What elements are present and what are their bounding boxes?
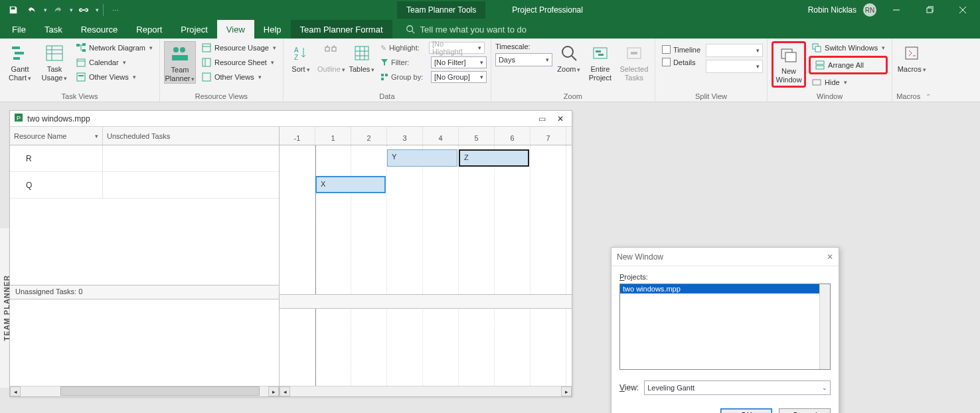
resource-row[interactable]: R [10, 145, 279, 172]
restore-button[interactable] [916, 0, 943, 20]
team-planner-button[interactable]: Team Planner▾ [164, 41, 196, 84]
svg-point-19 [173, 47, 179, 52]
svg-text:A: A [294, 46, 299, 54]
tab-view[interactable]: View [217, 20, 254, 39]
svg-rect-29 [325, 47, 329, 51]
group-field[interactable]: Group by: [No Group]▾ [380, 70, 487, 84]
cancel-button[interactable]: Cancel [779, 408, 831, 413]
timescale-combo[interactable]: Days▾ [495, 53, 552, 66]
tab-task[interactable]: Task [35, 20, 72, 39]
dialog-close-button[interactable]: ✕ [827, 252, 833, 262]
macros-button[interactable]: Macros▾ [896, 41, 927, 74]
time-col[interactable]: 7 [531, 127, 566, 145]
network-diagram-button[interactable]: Network Diagram▾ [73, 41, 155, 54]
tables-button[interactable]: Tables▾ [349, 41, 375, 74]
tell-me-search[interactable]: Tell me what you want to do [392, 20, 527, 39]
left-scrollbar[interactable]: ◂▸ [10, 386, 279, 396]
tab-project[interactable]: Project [171, 20, 216, 39]
tab-report[interactable]: Report [127, 20, 171, 39]
time-col[interactable]: 2 [351, 127, 387, 145]
svg-point-20 [180, 47, 185, 52]
details-checkbox[interactable]: Details [659, 56, 703, 68]
tab-format[interactable]: Team Planner Format [291, 20, 392, 39]
listbox-scrollbar[interactable] [819, 284, 830, 369]
view-label: View: [619, 383, 639, 392]
task-bar[interactable]: Y [387, 149, 457, 167]
link-button[interactable] [76, 2, 92, 18]
time-col[interactable]: 6 [495, 127, 531, 145]
outline-button[interactable]: Outline▾ [317, 41, 346, 74]
calendar-button[interactable]: Calendar▾ [73, 56, 155, 69]
doc-close-button[interactable]: ✕ [553, 113, 568, 125]
timeline-header: -1 1 2 3 4 5 6 7 [280, 127, 572, 145]
task-bar[interactable]: X [315, 176, 386, 193]
resource-row[interactable]: Q [10, 172, 279, 199]
tab-resource[interactable]: Resource [72, 20, 127, 39]
undo-button[interactable] [24, 2, 40, 18]
task-usage-button[interactable]: Task Usage▾ [39, 41, 70, 82]
tab-file[interactable]: File [0, 20, 35, 39]
selected-tasks-button: Selected Tasks [617, 41, 651, 82]
resource-usage-icon [201, 42, 212, 53]
switch-windows-button[interactable]: Switch Windows▾ [809, 41, 888, 54]
resource-sheet-button[interactable]: Resource Sheet▾ [199, 56, 279, 69]
new-window-button[interactable]: New Window [772, 41, 806, 88]
highlight-field[interactable]: ✎ Highlight: [No Highlight]▾ [380, 41, 487, 54]
new-window-icon [778, 44, 799, 66]
svg-rect-45 [598, 54, 604, 56]
time-col[interactable]: 1 [315, 127, 351, 145]
chevron-down-icon: ▾ [70, 7, 73, 13]
gantt-chart-button[interactable]: Gantt Chart▾ [4, 41, 36, 82]
qat-customize[interactable]: ⋯ [108, 2, 123, 18]
col-header-resource[interactable]: Resource Name▾ [10, 127, 103, 145]
svg-rect-39 [385, 74, 388, 76]
gantt-icon [9, 42, 31, 64]
group-split-view: Timeline Details ▾ ▾ Split View [655, 39, 768, 102]
filter-field[interactable]: Filter: [No Filter]▾ [380, 56, 487, 69]
zoom-button[interactable]: Zoom▾ [555, 41, 583, 74]
svg-rect-44 [596, 50, 601, 52]
other-res-views-button[interactable]: Other Views▾ [199, 70, 279, 84]
sort-button[interactable]: AZ Sort▾ [287, 41, 314, 74]
project-list-item[interactable]: two windows.mpp [620, 284, 830, 293]
group-label: Task Views [4, 91, 155, 102]
document-filename: two windows.mpp [27, 114, 90, 124]
task-bar[interactable]: Z [459, 149, 529, 167]
collapse-ribbon-icon[interactable]: ⌃ [920, 93, 931, 100]
group-label: Zoom [495, 91, 651, 102]
svg-rect-33 [355, 46, 368, 60]
redo-button[interactable] [50, 2, 66, 18]
other-views-button[interactable]: Other Views▾ [73, 70, 155, 84]
svg-rect-30 [332, 47, 336, 51]
time-col[interactable]: 5 [459, 127, 495, 145]
tab-help[interactable]: Help [254, 20, 291, 39]
view-combo[interactable]: Leveling Gantt⌄ [644, 380, 831, 395]
hide-button[interactable]: Hide▾ [809, 76, 888, 89]
svg-rect-54 [813, 80, 821, 85]
time-col[interactable]: 3 [387, 127, 423, 145]
network-icon [76, 42, 86, 53]
ribbon-tabs: File Task Resource Report Project View H… [0, 20, 980, 39]
save-button[interactable] [5, 2, 21, 18]
resource-sheet-icon [201, 57, 212, 68]
ok-button[interactable]: OK [720, 408, 772, 413]
resource-usage-button[interactable]: Resource Usage▾ [199, 41, 279, 54]
user-avatar[interactable]: RN [863, 3, 876, 17]
group-icon [380, 73, 388, 81]
timeline-view-combo[interactable]: ▾ [706, 44, 763, 57]
details-view-combo[interactable]: ▾ [706, 60, 763, 73]
time-col[interactable]: 4 [423, 127, 459, 145]
projects-listbox[interactable]: two windows.mpp [619, 284, 831, 370]
entire-project-button[interactable]: Entire Project [586, 41, 615, 82]
project-icon: P [14, 113, 23, 124]
context-tab-title: Team Planner Tools [397, 1, 485, 19]
doc-maximize-button[interactable]: ▭ [534, 113, 549, 125]
col-header-unscheduled[interactable]: Unscheduled Tasks [103, 127, 279, 145]
timeline-checkbox[interactable]: Timeline [659, 44, 703, 55]
minimize-button[interactable] [883, 0, 910, 20]
arrange-all-button[interactable]: Arrange All [809, 56, 888, 74]
close-button[interactable] [949, 0, 976, 20]
unassigned-header[interactable]: Unassigned Tasks: 0 [10, 285, 279, 299]
timeline-scrollbar[interactable]: ◂▸ [280, 386, 572, 396]
time-col[interactable]: -1 [280, 127, 315, 145]
